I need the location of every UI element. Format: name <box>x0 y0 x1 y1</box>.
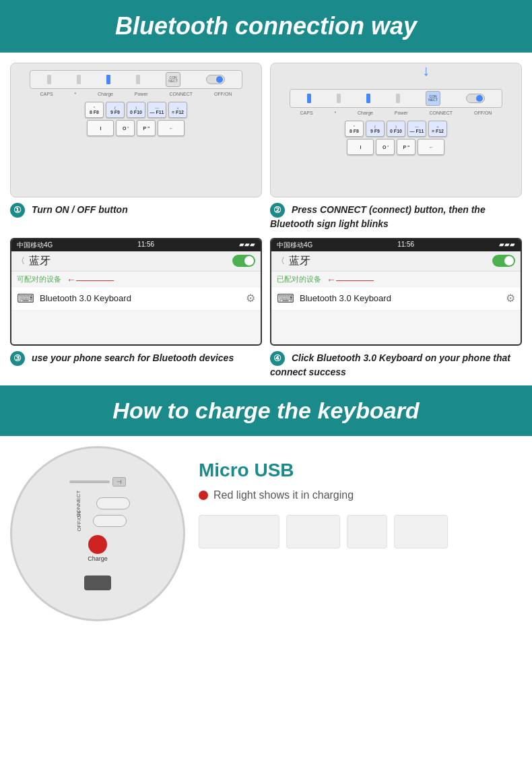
header-banner: Bluetooth connection way <box>0 0 532 53</box>
gear-icon-4[interactable]: ⚙ <box>506 292 515 305</box>
battery-4: ▰▰▰ <box>499 241 515 250</box>
indicator-labels-1: CAPS * Charge Power CONNECT OFF/ON <box>30 92 243 96</box>
carrier-3: 中国移动4G <box>17 241 53 250</box>
connect-label: CONNECT <box>168 76 178 84</box>
offon-side-label: OFF/ON <box>76 511 82 531</box>
device-name-3: Bluetooth 3.0 Keyboard <box>40 293 246 303</box>
steps-grid-top: → CONNECT CAPS * Char <box>10 63 522 231</box>
white-block-1 <box>199 515 279 549</box>
bluetooth-title-4: 蓝牙 <box>289 254 492 268</box>
phone-nav-3: 〈 蓝牙 <box>11 251 261 272</box>
key-i: I <box>87 120 114 136</box>
white-block-2 <box>286 515 340 549</box>
keys-row-2: I O ' P " ← <box>30 120 243 136</box>
key2-8-f8: *8 F8 <box>345 121 364 137</box>
key-p: P " <box>137 120 156 136</box>
white-block-3 <box>347 515 387 549</box>
red-light-text: Red light shows it in charging <box>199 489 522 501</box>
toggle-switch-2[interactable] <box>466 94 485 103</box>
step2-caption: ② Press CONNECT (connect) button, then t… <box>270 203 522 231</box>
charge-light <box>106 75 110 84</box>
toggle-switch-1[interactable] <box>206 75 225 84</box>
indicator-bar-2: CONNECT <box>290 89 503 108</box>
back-button-3[interactable]: 〈 <box>17 255 25 267</box>
keys-row-3: *8 F8 (9 F9 )0 F10 —— F11 += F12 <box>290 121 503 137</box>
charge-dot <box>88 535 107 554</box>
keyboard-icon-4: ⌨ <box>277 291 294 306</box>
keys-row-1: *8 F8 (9 F9 )0 F10 —— F11 += F12 <box>30 102 243 118</box>
carrier-4: 中国移动4G <box>277 241 312 250</box>
phone-status-bar-3: 中国移动4G 11:56 ▰▰▰ <box>11 239 261 251</box>
key-minus-f11: —— F11 <box>147 102 166 118</box>
step1-block: → CONNECT CAPS * Char <box>10 63 262 231</box>
usb-connector: ⊣ <box>112 477 126 487</box>
indicator-labels-2: CAPS * Charge Power CONNECT OFF/ON <box>290 111 503 115</box>
step4-caption: ④ Click Bluetooth 3.0 Keyboard on your p… <box>270 351 522 379</box>
section-arrow-3: ←———— <box>67 274 114 285</box>
key2-p: P " <box>397 139 415 155</box>
step1-image: → CONNECT CAPS * Char <box>10 63 262 197</box>
red-circle-icon <box>199 491 208 500</box>
gear-icon-3[interactable]: ⚙ <box>246 292 255 305</box>
phone-nav-4: 〈 蓝牙 <box>271 251 521 272</box>
bluetooth-toggle-3[interactable] <box>232 255 255 267</box>
key-plus-f12: += F12 <box>168 102 187 118</box>
hw-button-connect <box>96 497 130 509</box>
key2-o: O ' <box>376 139 395 155</box>
step3-caption: ③ use your phone search for Bluetooth de… <box>10 351 262 366</box>
bluetooth-title-3: 蓝牙 <box>29 254 232 268</box>
usb-port <box>84 575 111 590</box>
star-light <box>77 75 81 84</box>
charge-title: How to charge the keyboard <box>7 398 525 424</box>
keyboard-icon-3: ⌨ <box>17 291 34 306</box>
power-light-2 <box>396 94 400 103</box>
section-arrow-4: ←———— <box>327 274 374 285</box>
step3-number: ③ <box>10 351 25 366</box>
connect-button-2[interactable]: CONNECT <box>426 91 440 106</box>
step4-phone: 中国移动4G 11:56 ▰▰▰ 〈 蓝牙 已配对的设备 ←———— ⌨ Blu… <box>270 238 522 346</box>
button-row: CONNECT OFF/ON <box>65 497 130 527</box>
battery-3: ▰▰▰ <box>239 241 255 250</box>
key2-plus-f12: += F12 <box>428 121 447 137</box>
step1-caption: ① Turn ON / OFF button <box>10 203 262 218</box>
key-o: O ' <box>116 120 135 136</box>
cable-line <box>69 480 110 483</box>
device-row-3[interactable]: ⌨ Bluetooth 3.0 Keyboard ⚙ <box>11 286 261 311</box>
step2-block: ↓ CONNECT CAPS * Char <box>270 63 522 231</box>
hw-button-offon <box>93 515 127 527</box>
key2-i: I <box>347 139 374 155</box>
micro-usb-title: Micro USB <box>199 460 522 481</box>
charge-banner: How to charge the keyboard <box>0 385 532 436</box>
key2-9-f9: (9 F9 <box>366 121 385 137</box>
red-light-label: Red light shows it in charging <box>213 489 354 501</box>
keys-row-4: I O ' P " ← <box>290 139 503 155</box>
toggle-dot-2 <box>476 95 483 102</box>
steps-grid-bottom: 中国移动4G 11:56 ▰▰▰ 〈 蓝牙 可配对的设备 ←———— ⌨ Blu… <box>10 238 522 379</box>
charge-section: ⊣ CONNECT OFF/ON Charge <box>0 436 532 631</box>
connect-button[interactable]: CONNECT <box>166 72 180 87</box>
key-backspace: ← <box>158 120 185 136</box>
step2-number: ② <box>270 203 285 218</box>
page-title: Bluetooth connection way <box>7 12 525 40</box>
paired-label: 已配对的设备 ←———— <box>271 272 521 286</box>
device-circle-image: ⊣ CONNECT OFF/ON Charge <box>10 446 185 621</box>
toggle-dot <box>216 76 223 83</box>
bluetooth-toggle-4[interactable] <box>492 255 515 267</box>
usb-cable: ⊣ <box>69 477 126 487</box>
step2-image: ↓ CONNECT CAPS * Char <box>270 63 522 197</box>
key-8-f8: *8 F8 <box>85 102 104 118</box>
phone-status-bar-4: 中国移动4G 11:56 ▰▰▰ <box>271 239 521 251</box>
white-blocks <box>199 515 522 549</box>
back-button-4[interactable]: 〈 <box>277 255 285 267</box>
key-0-f10: )0 F10 <box>127 102 145 118</box>
main-content: → CONNECT CAPS * Char <box>0 53 532 379</box>
white-block-4 <box>394 515 448 549</box>
star-light-2 <box>337 94 341 103</box>
arrow-down-icon: ↓ <box>422 63 430 80</box>
charge-info: Micro USB Red light shows it in charging <box>199 446 522 549</box>
charge-dot-label: Charge <box>88 555 108 562</box>
time-3: 11:56 <box>137 241 154 250</box>
power-light <box>136 75 140 84</box>
device-row-4[interactable]: ⌨ Bluetooth 3.0 Keyboard ⚙ <box>271 286 521 311</box>
step4-block: 中国移动4G 11:56 ▰▰▰ 〈 蓝牙 已配对的设备 ←———— ⌨ Blu… <box>270 238 522 379</box>
